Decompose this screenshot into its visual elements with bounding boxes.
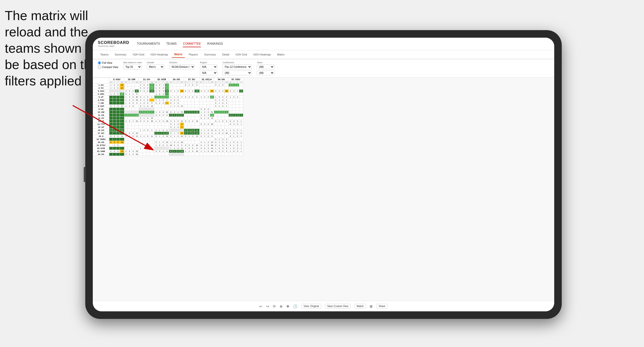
row-u18: 18. U 02011 10011 11011 01010 01010 0101… <box>93 135 243 138</box>
au-uw-l <box>128 84 131 87</box>
pan-icon[interactable]: ✥ <box>286 304 289 308</box>
logo-sub: Powered by clippd <box>98 45 129 47</box>
subnav-h2h-heatmap2[interactable]: H2H Heatmap <box>251 51 273 57</box>
conference-select[interactable]: Pac-12 Conference <box>222 65 252 69</box>
subnav-summary[interactable]: Summary <box>112 51 129 57</box>
row-etsu: 21. ETSU 10 1303 44000 03044 01038 0103 … <box>93 144 243 147</box>
ucb-dif-header: Dif <box>165 81 169 84</box>
row-ttu: 14. TTU 0108 02029 0301 <box>93 123 243 126</box>
au-ucb-l: 0 <box>158 84 162 87</box>
row-ug: 20. UG 010-34 01023 10040 01015 0100 100… <box>93 141 243 144</box>
tablet-screen: SCOREBOARD Powered by clippd TOURNAMENTS… <box>93 38 554 311</box>
bottom-toolbar: ↩ ↪ ⟳ ⊕ ✥ 🕐 View: Original Save Custom V… <box>93 301 554 311</box>
ucb-t-header: T <box>162 81 165 84</box>
row-ut13: 13. UT 22122 02030 12026 22012 02019 010… <box>93 120 243 123</box>
share-btn[interactable]: Share <box>376 304 388 309</box>
clock-icon[interactable]: 🕐 <box>293 304 297 308</box>
row-uaf: 8. UAF 01014 120 01015 11011 0101 <box>93 105 243 108</box>
conference-select2[interactable]: (All) <box>222 71 252 75</box>
row-vu: 2. VU 12012 20025 1000 <box>93 87 243 90</box>
row-unc: 4. UNC 10036 0110 100 <box>93 93 243 96</box>
logo-title: SCOREBOARD <box>98 40 129 45</box>
row-um: 7. UM 1000 1000 0200 010 0102 <box>93 102 243 105</box>
view-original-btn[interactable]: View: Original <box>301 304 321 309</box>
row-tamu: 19. TAMU 0103 <box>93 138 243 141</box>
su-dif-header: Dif <box>194 81 199 84</box>
au-asu-t: 0 <box>116 84 120 87</box>
row-uv: 12. UV 01010 01015 <box>93 117 243 120</box>
subnav-summary2[interactable]: Summary <box>202 51 218 57</box>
su-t-header: T <box>191 81 194 84</box>
subnav-matrix2[interactable]: Matrix <box>275 51 287 57</box>
watch-btn[interactable]: Watch <box>354 304 366 309</box>
matrix-table: 3. ASU 10. UW 11. UA 22. UCB 24. UO 27. … <box>93 78 243 156</box>
gender-select[interactable]: Men's <box>147 65 164 69</box>
asu-l-header: L <box>113 81 116 84</box>
col-uu: 54. UU <box>214 78 228 81</box>
au-ua-l: 0 <box>142 84 146 87</box>
ucla-t-header: T <box>206 81 210 84</box>
au-osu-l: 1 <box>232 84 236 87</box>
max-teams-select[interactable]: Top 25 <box>123 65 142 69</box>
uu-l-header: L <box>217 81 221 84</box>
division-select[interactable]: NCAA Division I <box>169 65 195 69</box>
au-su-dif: 0 <box>194 84 199 87</box>
gender-filter: Gender Men's <box>147 61 164 69</box>
asu-t-header: T <box>116 81 120 84</box>
share-icon[interactable]: ⊠ <box>370 304 373 308</box>
nav-committee[interactable]: COMMITTEE <box>183 41 201 47</box>
nav-teams[interactable]: TEAMS <box>166 41 177 47</box>
undo-icon[interactable]: ↩ <box>259 304 262 308</box>
col-osu: 57. OSU <box>229 78 243 81</box>
compact-view-radio[interactable]: Compact View <box>98 66 118 69</box>
uo-w-header: W <box>169 81 173 84</box>
region-select2[interactable]: N/A <box>200 71 217 75</box>
osu-l-header: L <box>232 81 236 84</box>
region-label: Region <box>200 61 217 64</box>
subnav-h2h-grid2[interactable]: H2H Grid <box>233 51 250 57</box>
zoom-icon[interactable]: ⊕ <box>280 304 283 308</box>
subnav-detail[interactable]: Detail <box>220 51 232 57</box>
au-su-l: 1 <box>187 84 191 87</box>
uo-t-header: T <box>176 81 180 84</box>
au-uo-dif <box>180 84 184 87</box>
save-custom-view-btn[interactable]: Save Custom View <box>325 304 351 309</box>
nav-tournaments[interactable]: TOURNAMENTS <box>137 41 160 47</box>
logo-area: SCOREBOARD Powered by clippd <box>98 40 129 47</box>
team-select2[interactable]: (All) <box>257 71 274 75</box>
nav-rankings[interactable]: RANKINGS <box>207 41 223 47</box>
full-view-radio[interactable]: Full View <box>98 61 118 65</box>
subnav-h2h-heatmap[interactable]: H2H Heatmap <box>148 51 171 57</box>
uw-l-header: L <box>128 81 131 84</box>
subnav-matrix[interactable]: Matrix <box>172 51 185 58</box>
col-ua: 11. UA <box>139 78 154 81</box>
au-ucb-w: 2 <box>154 84 158 87</box>
row-uw: 10. UW 1300 13032 04173 25066 12051 1451 <box>93 111 243 114</box>
subnav-teams[interactable]: Teams <box>98 51 111 57</box>
au-su-t: 0 <box>191 84 194 87</box>
team-select[interactable]: (All) <box>257 65 274 69</box>
ua-w-header: W <box>139 81 142 84</box>
tablet-side-button <box>84 167 86 182</box>
refresh-icon[interactable]: ⟳ <box>273 304 276 308</box>
su-w-header: W <box>184 81 187 84</box>
osu-dif-header: D <box>239 81 243 84</box>
redo-icon[interactable]: ↪ <box>266 304 269 308</box>
ua-t-header: T <box>146 81 149 84</box>
au-ucla-dif <box>210 84 214 87</box>
col-ucla: 31. UCLA <box>199 78 214 81</box>
au-su-w: 0 <box>184 84 187 87</box>
uo-l-header: L <box>173 81 176 84</box>
row-ua: 9. UA 080 <box>93 108 243 111</box>
au-ucla-l <box>203 84 206 87</box>
region-select[interactable]: N/A <box>200 65 217 69</box>
asu-w-header: W <box>109 81 113 84</box>
row-ut: 5. UT 14035 0101 2200 1102 0200 10040 10… <box>93 96 243 99</box>
division-filter: Division NCAA Division I <box>169 61 195 69</box>
matrix-area[interactable]: 3. ASU 10. UW 11. UA 22. UCB 24. UO 27. … <box>93 78 554 301</box>
subnav-players[interactable]: Players <box>186 51 200 57</box>
subnav-h2h-grid[interactable]: H2H Grid <box>130 51 147 57</box>
au-uo-l <box>173 84 176 87</box>
row-label-au: 1. AU <box>93 84 109 87</box>
row-uo16: 16. UO 21014 1201 1100 21011 11011 0101 … <box>93 129 243 132</box>
